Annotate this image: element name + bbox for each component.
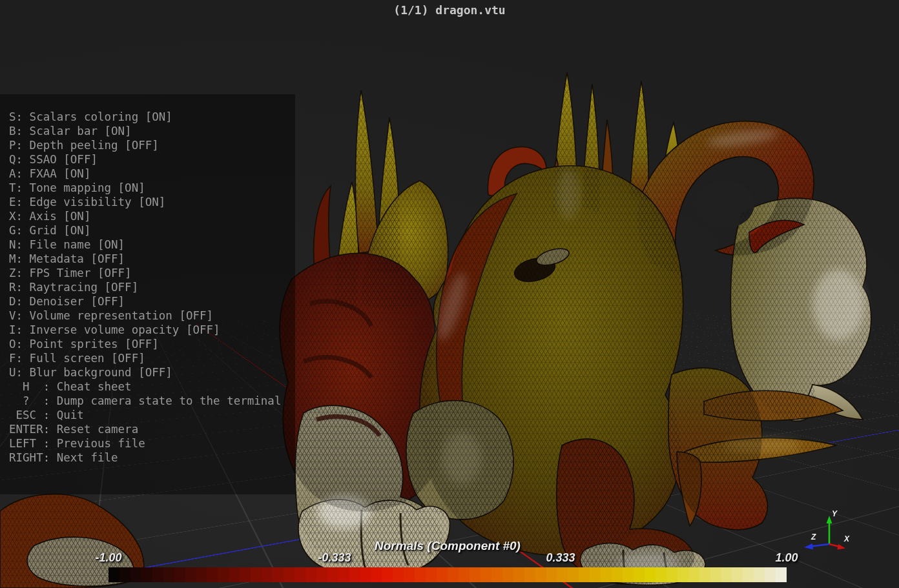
cheatsheet-line: S: Scalars coloring [ON] bbox=[9, 110, 295, 124]
cheatsheet-line: RIGHT: Next file bbox=[9, 451, 295, 465]
cheatsheet-line: E: Edge visibility [ON] bbox=[9, 195, 295, 209]
cheatsheet-line: P: Depth peeling [OFF] bbox=[9, 138, 295, 152]
cheatsheet-line: Z: FPS Timer [OFF] bbox=[9, 266, 295, 280]
cheatsheet-line: ENTER: Reset camera bbox=[9, 422, 295, 436]
cheatsheet-line: B: Scalar bar [ON] bbox=[9, 124, 295, 138]
cheatsheet-line: H : Cheat sheet bbox=[9, 380, 295, 394]
cheatsheet-line: A: FXAA [ON] bbox=[9, 167, 295, 181]
cheatsheet-line: N: File name [ON] bbox=[9, 238, 295, 252]
filename-title: (1/1) dragon.vtu bbox=[0, 3, 899, 17]
cheatsheet-line: M: Metadata [OFF] bbox=[9, 252, 295, 266]
cheatsheet-line: LEFT : Previous file bbox=[9, 436, 295, 451]
cheatsheet-line: I: Inverse volume opacity [OFF] bbox=[9, 323, 295, 337]
cheatsheet-line: G: Grid [ON] bbox=[9, 223, 295, 238]
cheatsheet-line: ? : Dump camera state to the terminal bbox=[9, 394, 295, 408]
cheatsheet-line: ESC : Quit bbox=[9, 408, 295, 422]
cheatsheet-line: Q: SSAO [OFF] bbox=[9, 152, 295, 167]
z-axis-arrow bbox=[811, 544, 829, 547]
cheatsheet-line: O: Point sprites [OFF] bbox=[9, 337, 295, 351]
cheatsheet-line: F: Full screen [OFF] bbox=[9, 351, 295, 365]
cheatsheet-line: R: Raytracing [OFF] bbox=[9, 280, 295, 294]
cheatsheet-line: U: Blur background [OFF] bbox=[9, 365, 295, 380]
cheatsheet-line: V: Volume representation [OFF] bbox=[9, 309, 295, 323]
y-axis-label: Y bbox=[832, 509, 838, 518]
viewer-window: S: Scalars coloring [ON] B: Scalar bar [… bbox=[0, 0, 899, 588]
x-arrowhead-icon bbox=[838, 544, 846, 550]
z-arrowhead-icon bbox=[804, 543, 813, 550]
z-axis-label: Z bbox=[811, 532, 816, 542]
cheatsheet-line: T: Tone mapping [ON] bbox=[9, 181, 295, 195]
x-axis-label: X bbox=[843, 534, 850, 543]
axes-gizmo: Y Z X bbox=[793, 507, 871, 554]
cheatsheet-line: D: Denoiser [OFF] bbox=[9, 294, 295, 309]
cheatsheet-panel: S: Scalars coloring [ON] B: Scalar bar [… bbox=[0, 94, 295, 494]
cheatsheet-line: X: Axis [ON] bbox=[9, 209, 295, 223]
